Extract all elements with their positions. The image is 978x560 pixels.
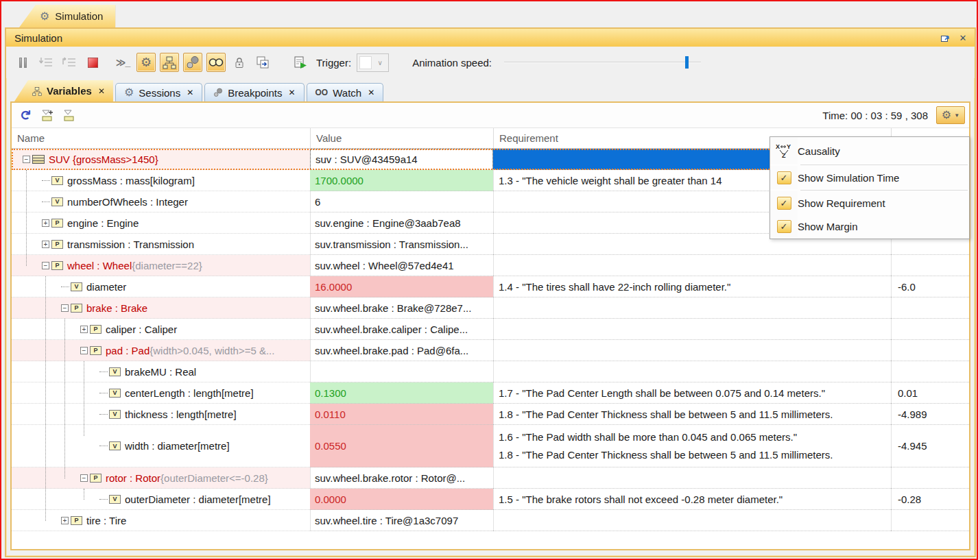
menu-item-show-margin[interactable]: ✓ Show Margin <box>770 215 969 238</box>
variable-row[interactable]: −Ppad : Pad {width>0.045, width>=5 &...s… <box>12 340 969 361</box>
collapse-icon[interactable]: − <box>80 347 88 354</box>
close-icon[interactable]: ✕ <box>98 86 105 96</box>
export-button[interactable] <box>253 53 272 72</box>
value-cell[interactable]: suv.wheel.brake.caliper : Calipe... <box>310 319 493 340</box>
column-header-name[interactable]: Name <box>12 128 310 148</box>
dock-titlebar[interactable]: Simulation ✕ <box>6 29 975 47</box>
add-to-watch-button[interactable] <box>39 107 56 123</box>
animation-speed-slider[interactable] <box>504 56 701 69</box>
value-cell[interactable]: suv.wheel.brake : Brake@728e7... <box>310 297 493 319</box>
value-cell[interactable]: 16.0000 <box>310 276 493 297</box>
float-window-icon[interactable] <box>939 32 951 43</box>
variable-row[interactable]: −Pwheel : Wheel {diameter==22}suv.wheel … <box>12 255 969 276</box>
variable-row[interactable]: VcenterLength : length[metre]0.13001.7 -… <box>12 382 969 404</box>
variable-row[interactable]: +Ptire : Tiresuv.wheel.tire : Tire@1a3c7… <box>12 510 969 531</box>
variable-row[interactable]: +Pcaliper : Calipersuv.wheel.brake.calip… <box>12 319 969 340</box>
tab-watch[interactable]: OO Watch ✕ <box>307 83 384 101</box>
name-cell: Vthickness : length[metre] <box>12 404 310 425</box>
expand-icon[interactable]: + <box>42 219 49 227</box>
value-cell[interactable]: suv.wheel.brake.pad : Pad@6fa... <box>310 340 493 361</box>
tree-connector <box>61 287 69 287</box>
causality-icon: XYZ <box>775 143 793 159</box>
value-cell[interactable]: 0.0000 <box>310 489 493 510</box>
collapse-icon[interactable]: − <box>42 262 49 269</box>
trigger-combobox[interactable]: ∨ <box>357 53 389 72</box>
name-cell: +Ptransmission : Transmission <box>12 234 310 255</box>
menu-item-label: Show Simulation Time <box>798 172 899 184</box>
tree-guide-line <box>84 489 84 500</box>
menu-item-causality[interactable]: XYZ Causality <box>770 138 969 164</box>
terminate-button[interactable] <box>83 53 102 72</box>
value-cell[interactable] <box>310 361 493 382</box>
expand-icon[interactable]: + <box>61 517 69 524</box>
menu-item-show-simulation-time[interactable]: ✓ Show Simulation Time <box>770 166 969 189</box>
variable-row[interactable]: VbrakeMU : Real <box>12 361 969 382</box>
collapse-icon[interactable]: − <box>23 156 30 163</box>
collapse-icon[interactable]: − <box>80 474 88 482</box>
watch-toggle-button[interactable] <box>206 53 226 72</box>
close-icon[interactable]: ✕ <box>957 32 969 43</box>
part-property-icon: P <box>51 261 63 270</box>
tab-breakpoints[interactable]: Breakpoints ✕ <box>204 83 304 101</box>
tree-connector <box>99 393 108 393</box>
options-dropdown-button[interactable]: ⚙ ▼ <box>936 106 965 124</box>
expand-icon[interactable]: + <box>80 326 88 333</box>
close-icon[interactable]: ✕ <box>187 88 193 97</box>
variable-row[interactable]: VouterDiameter : diameter[metre]0.00001.… <box>12 489 969 510</box>
structure-icon <box>163 56 176 69</box>
name-cell: −Pbrake : Brake <box>12 297 310 319</box>
tree-connector <box>99 446 108 446</box>
variables-toggle-button[interactable] <box>160 53 179 72</box>
step-into-button[interactable] <box>36 53 56 72</box>
tab-sessions[interactable]: ⚙ Sessions ✕ <box>115 83 202 101</box>
animation-toggle-button[interactable]: ⚙ <box>136 53 156 72</box>
step-over-button[interactable] <box>60 53 79 72</box>
expand-icon[interactable]: + <box>42 241 49 248</box>
close-icon[interactable]: ✕ <box>368 88 374 97</box>
value-cell[interactable]: suv.wheel.brake.rotor : Rotor@... <box>310 467 493 489</box>
variable-row[interactable]: Vdiameter16.00001.4 - "The tires shall h… <box>12 276 969 297</box>
value-cell[interactable]: suv.transmission : Transmission... <box>310 234 493 255</box>
tab-label: Variables <box>47 85 92 97</box>
breakpoints-toggle-button[interactable] <box>183 53 202 72</box>
refresh-button[interactable]: ↻ <box>17 107 34 123</box>
menu-item-label: Show Requirement <box>798 197 885 209</box>
value-cell[interactable]: 0.0110 <box>310 404 493 425</box>
variable-name: engine : Engine <box>67 217 139 229</box>
tab-variables[interactable]: Variables ✕ <box>14 80 113 101</box>
console-button[interactable]: ≫_ <box>113 53 132 72</box>
variable-row[interactable]: −Protor : Rotor{outerDiameter<=-0.28}suv… <box>12 467 969 489</box>
value-cell[interactable]: 0.0550 <box>310 425 493 467</box>
variable-row[interactable]: Vthickness : length[metre]0.01101.8 - "T… <box>12 404 969 425</box>
value-cell[interactable]: 0.1300 <box>310 382 493 404</box>
checkbox-checked-icon: ✓ <box>777 220 791 233</box>
menu-separator <box>800 165 968 165</box>
trigger-button[interactable] <box>290 53 309 72</box>
lock-button[interactable] <box>230 53 249 72</box>
remove-from-watch-button[interactable] <box>61 107 77 123</box>
simulation-window: ⚙ Simulation Simulation ✕ ≫_ ⚙ <box>0 0 978 560</box>
structure-icon <box>32 86 42 96</box>
column-header-value[interactable]: Value <box>310 128 493 148</box>
close-icon[interactable]: ✕ <box>288 88 295 97</box>
value-cell[interactable]: 1700.0000 <box>310 170 493 191</box>
value-cell[interactable]: suv : SUV@43459a14 <box>310 149 493 170</box>
menu-item-show-requirement[interactable]: ✓ Show Requirement <box>770 191 969 215</box>
value-cell[interactable]: suv.wheel : Wheel@57ed4e41 <box>310 255 493 276</box>
name-cell: VbrakeMU : Real <box>12 361 310 382</box>
tree-connector <box>99 414 108 415</box>
variable-name: rotor : Rotor <box>106 472 160 484</box>
workspace-tab-simulation[interactable]: ⚙ Simulation <box>19 5 115 27</box>
margin-cell: -6.0 <box>891 276 969 297</box>
collapse-icon[interactable]: − <box>61 304 69 312</box>
requirement-cell <box>493 340 891 361</box>
pause-button[interactable] <box>13 53 32 72</box>
tree-connector <box>42 180 50 181</box>
variable-row[interactable]: −Pbrake : Brakesuv.wheel.brake : Brake@7… <box>12 297 969 319</box>
value-cell[interactable]: suv.engine : Engine@3aab7ea8 <box>310 212 493 234</box>
value-cell[interactable]: 6 <box>310 191 493 212</box>
slider-handle[interactable] <box>685 56 689 69</box>
value-cell[interactable]: suv.wheel.tire : Tire@1a3c7097 <box>310 510 493 531</box>
variable-row[interactable]: Vwidth : diameter[metre]0.05501.6 - "The… <box>12 425 969 467</box>
pause-icon <box>19 58 27 68</box>
